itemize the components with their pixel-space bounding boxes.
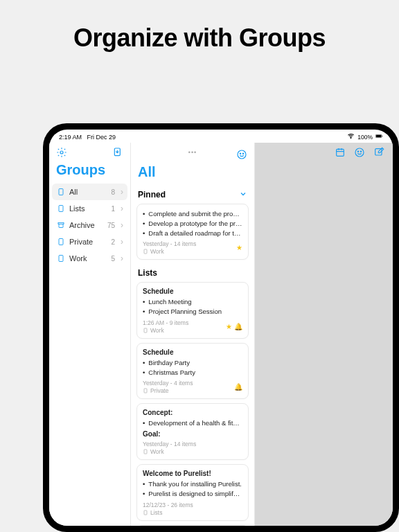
svg-rect-15 — [144, 328, 147, 332]
meta-time: Yesterday - 4 items — [143, 380, 193, 387]
group-label: Archive — [69, 221, 103, 229]
list-item: Draft a detailed roadmap for th… — [148, 229, 242, 238]
group-item-archive[interactable]: Archive 75 › — [52, 217, 127, 233]
list-item: Lunch Meeting — [148, 297, 191, 307]
groups-toolbar — [49, 143, 130, 161]
groups-list: All 8 › Lists 1 › Archive 75 › Private 2… — [49, 184, 130, 267]
middle-column: ••• All Pinned Complete and submit the p… — [131, 143, 255, 526]
archive-icon — [56, 221, 65, 230]
bell-icon: 🔔 — [234, 323, 242, 330]
group-item-all[interactable]: All 8 › — [52, 184, 127, 200]
list-item: Develop a prototype for the pro… — [148, 219, 242, 229]
list-card[interactable]: Concept: Development of a health & fitn…… — [136, 403, 249, 460]
calendar-icon[interactable] — [335, 147, 346, 158]
group-count: 8 — [111, 188, 115, 196]
import-icon[interactable] — [112, 147, 123, 158]
svg-rect-7 — [59, 206, 63, 212]
svg-point-13 — [242, 153, 243, 154]
group-item-private[interactable]: Private 2 › — [52, 233, 127, 250]
list-card[interactable]: Welcome to Purelist! Thank you for insta… — [136, 464, 249, 521]
group-label: All — [69, 188, 107, 196]
svg-rect-14 — [144, 249, 147, 254]
group-item-work[interactable]: Work 5 › — [52, 250, 127, 267]
svg-rect-16 — [144, 389, 147, 393]
chevron-right-icon: › — [121, 254, 123, 263]
svg-point-12 — [240, 153, 240, 154]
meta-time: Yesterday - 14 items — [143, 240, 196, 247]
meta-tag: Work — [150, 248, 164, 255]
svg-rect-6 — [59, 189, 63, 195]
group-count: 75 — [107, 222, 115, 229]
group-label: Work — [69, 254, 107, 263]
svg-point-21 — [357, 151, 358, 152]
tag-doc-icon — [143, 449, 148, 454]
svg-rect-8 — [58, 223, 64, 224]
list-item: Christmas Party — [148, 368, 195, 378]
meta-time: 1:26 AM - 9 items — [143, 319, 188, 326]
pinned-header[interactable]: Pinned — [131, 186, 254, 204]
star-icon: ★ — [226, 323, 232, 330]
list-item: Development of a health & fitn… — [148, 418, 242, 428]
device-frame: 2:19 AM Fri Dec 29 100% Groups All 8 › L… — [43, 123, 399, 532]
list-item: Birthday Party — [148, 358, 190, 368]
mid-title: All — [131, 163, 254, 186]
card-title: Welcome to Purelist! — [143, 470, 242, 477]
device-screen: 2:19 AM Fri Dec 29 100% Groups All 8 › L… — [49, 130, 393, 526]
svg-point-22 — [360, 151, 361, 152]
compose-icon[interactable] — [373, 147, 384, 158]
star-icon: ★ — [236, 244, 242, 251]
svg-point-4 — [60, 151, 63, 154]
svg-point-11 — [238, 150, 246, 159]
tag-doc-icon — [143, 388, 148, 393]
card-title: Goal: — [143, 430, 242, 438]
right-toolbar — [255, 143, 393, 161]
chevron-right-icon: › — [121, 204, 123, 213]
svg-rect-19 — [337, 149, 344, 156]
list-item: Project Planning Session — [148, 307, 222, 317]
svg-rect-17 — [144, 450, 147, 454]
bell-icon: 🔔 — [234, 383, 242, 391]
battery-text: 100% — [357, 134, 373, 141]
group-count: 1 — [111, 205, 115, 213]
svg-rect-3 — [382, 136, 382, 137]
doc-icon — [56, 204, 65, 213]
pinned-label: Pinned — [138, 190, 166, 200]
tag-doc-icon — [143, 510, 148, 515]
meta-tag: Work — [150, 327, 164, 334]
meta-tag: Private — [150, 387, 168, 394]
status-bar: 2:19 AM Fri Dec 29 100% — [49, 130, 393, 143]
doc-icon — [56, 254, 65, 263]
meta-tag: Work — [150, 448, 164, 455]
groups-title: Groups — [49, 161, 130, 184]
group-label: Private — [69, 238, 107, 246]
list-item: Thank you for installing Purelist. — [148, 479, 242, 489]
meta-time: 12/12/23 - 26 items — [143, 502, 193, 508]
status-time: 2:19 AM — [59, 134, 82, 141]
gear-icon[interactable] — [56, 147, 67, 158]
pinned-card[interactable]: Complete and submit the prop… Develop a … — [136, 204, 249, 260]
svg-point-20 — [355, 148, 364, 157]
smile-icon[interactable] — [236, 149, 247, 160]
group-label: Lists — [69, 204, 107, 213]
meta-tag: Lists — [150, 509, 162, 516]
svg-rect-2 — [376, 135, 381, 137]
list-card[interactable]: Schedule Lunch Meeting Project Planning … — [136, 282, 249, 339]
meta-time: Yesterday - 14 items — [143, 441, 196, 447]
group-item-lists[interactable]: Lists 1 › — [52, 200, 127, 217]
wifi-icon — [347, 132, 355, 141]
list-card[interactable]: Overview — [136, 525, 249, 526]
sidebar-groups: Groups All 8 › Lists 1 › Archive 75 › Pr… — [49, 143, 131, 526]
svg-rect-10 — [59, 256, 63, 262]
doc-icon — [56, 238, 65, 247]
battery-icon — [375, 132, 383, 141]
card-title: Concept: — [143, 409, 242, 416]
lists-label: Lists — [131, 265, 254, 282]
chevron-right-icon: › — [121, 237, 123, 247]
svg-rect-9 — [59, 239, 63, 245]
tag-doc-icon — [143, 249, 148, 254]
page-headline: Organize with Groups — [0, 0, 399, 73]
list-card[interactable]: Schedule Birthday Party Christmas Party … — [136, 343, 249, 400]
chevron-right-icon: › — [121, 220, 123, 230]
status-date: Fri Dec 29 — [87, 134, 116, 141]
smile-icon[interactable] — [354, 147, 365, 158]
